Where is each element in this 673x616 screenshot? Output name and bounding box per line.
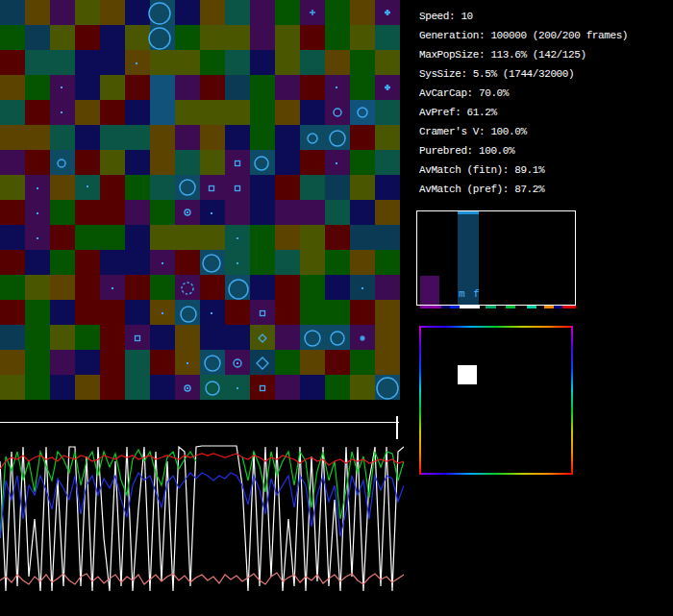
world-cell — [0, 375, 25, 400]
world-cell — [325, 225, 350, 250]
world-cell — [175, 325, 200, 350]
world-cell — [175, 50, 200, 75]
creature-marker — [237, 387, 238, 389]
world-cell — [50, 25, 75, 50]
world-cell — [275, 0, 300, 25]
creature-marker — [237, 237, 238, 239]
world-cell — [250, 50, 275, 75]
world-cell — [50, 375, 75, 400]
world-cell — [300, 225, 325, 250]
world-cell — [0, 75, 25, 100]
world-cell — [375, 125, 400, 150]
hue-strip-segment — [554, 306, 562, 308]
world-cell — [175, 275, 200, 300]
world-cell — [325, 375, 350, 400]
hue-strip-segment — [562, 306, 576, 308]
world-cell — [150, 225, 175, 250]
world-cell — [250, 350, 275, 375]
world-cell — [100, 75, 125, 100]
world-cell — [175, 225, 200, 250]
world-cell — [325, 0, 350, 25]
world-cell — [350, 175, 375, 200]
stat-avpref: AvPref: 61.2% — [419, 103, 669, 122]
world-cell — [25, 150, 50, 175]
world-cell — [125, 250, 150, 275]
creature-marker — [187, 362, 188, 364]
world-cell — [75, 25, 100, 50]
timeline-track[interactable] — [0, 422, 399, 423]
world-cell — [325, 100, 350, 125]
timeline-thumb[interactable] — [396, 416, 398, 439]
world-cell — [225, 100, 250, 125]
world-cell — [0, 0, 25, 25]
creature-marker — [37, 187, 38, 189]
world-cell — [150, 125, 175, 150]
world-map[interactable] — [0, 0, 400, 401]
world-cell — [200, 225, 225, 250]
world-cell — [100, 50, 125, 75]
world-cell — [125, 150, 150, 175]
world-cell — [25, 350, 50, 375]
hue-strip-segment — [420, 306, 441, 308]
world-cell — [200, 25, 225, 50]
histogram-mf-label: m f — [459, 288, 481, 300]
world-cell — [200, 125, 225, 150]
world-cell — [0, 50, 25, 75]
world-cell — [75, 100, 100, 125]
stat-avcarcap: AvCarCap: 70.0% — [419, 84, 669, 103]
creature-marker — [162, 262, 163, 264]
world-cell — [350, 0, 375, 25]
world-cell — [125, 0, 150, 25]
stat-avmatch-pref: AvMatch (pref): 87.2% — [419, 180, 669, 199]
world-cell — [200, 75, 225, 100]
world-cell — [50, 325, 75, 350]
hue-strip-segment — [441, 306, 450, 308]
world-cell — [200, 175, 225, 200]
world-cell — [0, 350, 25, 375]
world-cell — [225, 325, 250, 350]
world-cell — [25, 375, 50, 400]
world-cell — [25, 125, 50, 150]
world-cell — [200, 150, 225, 175]
world-cell — [275, 200, 300, 225]
world-cell — [275, 225, 300, 250]
world-cell — [200, 375, 225, 400]
world-cell — [300, 200, 325, 225]
world-cell — [275, 275, 300, 300]
world-cell — [275, 125, 300, 150]
world-cell — [25, 300, 50, 325]
world-cell — [150, 150, 175, 175]
world-cell — [250, 225, 275, 250]
world-cell — [350, 200, 375, 225]
world-cell — [125, 275, 150, 300]
world-cell — [50, 250, 75, 275]
world-cell — [275, 75, 300, 100]
world-cell — [200, 0, 225, 25]
world-cell — [250, 275, 275, 300]
world-cell — [350, 50, 375, 75]
world-cell — [325, 200, 350, 225]
world-cell — [150, 350, 175, 375]
world-cell — [225, 175, 250, 200]
world-cell — [75, 75, 100, 100]
world-cell — [300, 175, 325, 200]
world-cell — [375, 100, 400, 125]
world-cell — [125, 125, 150, 150]
world-cell — [375, 150, 400, 175]
genome-map-border-right — [571, 326, 573, 475]
world-cell — [350, 100, 375, 125]
world-cell — [0, 325, 25, 350]
world-cell — [25, 50, 50, 75]
world-cell — [0, 225, 25, 250]
world-cell — [275, 375, 300, 400]
world-cell — [25, 100, 50, 125]
histogram-bar-cap — [458, 211, 479, 214]
world-cell — [100, 175, 125, 200]
world-cell — [150, 75, 175, 100]
world-cell — [75, 225, 100, 250]
creature-marker — [336, 86, 337, 88]
app-window: Speed: 10 Generation: 100000 (200/200 fr… — [0, 0, 673, 616]
world-cell — [250, 300, 275, 325]
world-cell — [250, 175, 275, 200]
world-cell — [25, 325, 50, 350]
